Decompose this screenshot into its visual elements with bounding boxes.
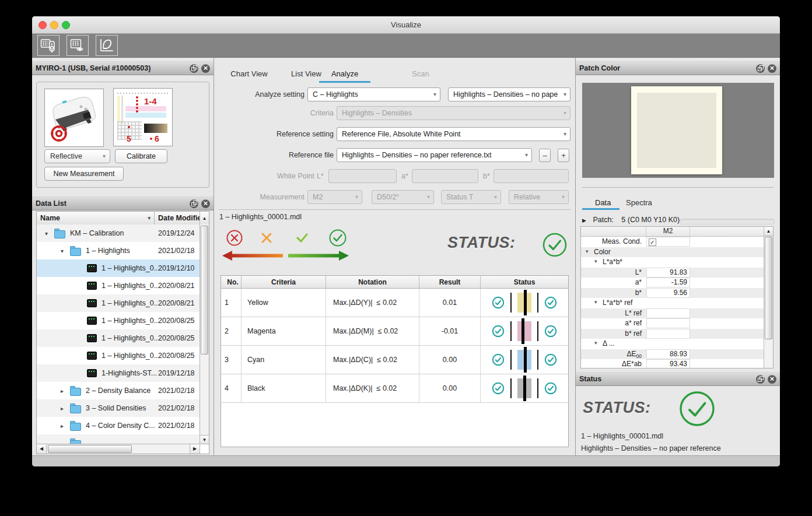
scroll-down-icon[interactable]: ▼	[200, 435, 209, 444]
scroll-left-icon[interactable]: ◀	[37, 444, 47, 454]
status-criteria-name: Highlights – Densities – no paper refere…	[581, 444, 721, 452]
tab-spectra[interactable]: Spectra	[626, 198, 652, 207]
patch-row-label: a*	[581, 278, 642, 287]
close-icon[interactable]	[768, 375, 776, 384]
analyze-setting-criteria-select[interactable]: Highlights – Densities – no pape	[448, 87, 570, 101]
remove-reference-button[interactable]: –	[539, 149, 551, 162]
scrollbar-thumb[interactable]	[765, 237, 772, 339]
gamut-chart-icon[interactable]	[96, 35, 118, 56]
scroll-up-icon[interactable]: ▲	[764, 227, 773, 236]
item-icon	[87, 352, 97, 360]
list-item[interactable]: 1 – Highlights_0... 2020/08/25	[37, 312, 200, 329]
chart-device-icon[interactable]	[37, 35, 60, 56]
list-item[interactable]: 1 – Highlights_0... 2020/08/21	[37, 277, 200, 294]
patch-row[interactable]: ▾ L*a*b*	[581, 257, 764, 268]
window-titlebar[interactable]: Visualize	[32, 16, 780, 34]
list-item[interactable]: ▾ KM – Calibration 2019/12/24	[37, 224, 200, 242]
expand-arrow-icon[interactable]: ▾	[594, 258, 597, 264]
patch-row[interactable]: b* ref	[581, 329, 764, 339]
patch-selector[interactable]: ▶ Patch: 5 (C0 M0 Y10 K0)	[582, 216, 680, 224]
expand-arrow-icon[interactable]: ▾	[45, 230, 52, 237]
data-list-horizontal-scrollbar[interactable]: ◀ ▶	[37, 444, 209, 454]
scroll-right-icon[interactable]: ▶	[190, 444, 200, 454]
close-icon[interactable]	[201, 199, 210, 208]
patch-vertical-scrollbar[interactable]: ▲	[764, 227, 773, 368]
result-criteria: Magenta	[242, 317, 326, 345]
calibrate-button[interactable]: Calibrate	[115, 149, 167, 163]
expand-arrow-icon[interactable]: ▸	[61, 405, 68, 412]
tab-scan[interactable]: Scan	[408, 69, 433, 78]
column-header-m2: M2	[646, 227, 690, 236]
list-item[interactable]: 1 – Highlights_0... 2020/08/25	[37, 347, 200, 364]
tab-chart-view[interactable]: Chart View	[229, 69, 270, 78]
tab-analyze[interactable]: Analyze	[319, 69, 370, 78]
item-name: KM – Calibration	[70, 229, 124, 237]
list-item[interactable]: 1 – Highlights_0... 2020/08/21	[37, 294, 200, 312]
chart-eye-icon[interactable]	[66, 35, 89, 56]
tab-data[interactable]: Data	[595, 198, 611, 207]
list-item[interactable]: ▸	[37, 434, 200, 444]
patch-row[interactable]: ΔE00 88.93	[581, 349, 764, 360]
expand-arrow-icon[interactable]: ▾	[594, 340, 597, 346]
list-item[interactable]: ▸ 3 – Solid Densities 2021/02/18	[37, 399, 200, 417]
device-panel-header: MYIRO-1 (USB, Serial #10000503)	[32, 61, 214, 75]
reference-file-select[interactable]: Highlights – Densities – no paper refere…	[337, 148, 532, 162]
patch-row[interactable]: a* -1.59	[581, 278, 764, 288]
patch-row-label: b* ref	[581, 329, 642, 339]
patch-row[interactable]: L* 91.83	[581, 268, 764, 278]
measurement-mode-select[interactable]: Reflective	[44, 149, 110, 163]
undock-icon[interactable]	[190, 199, 198, 208]
add-reference-button[interactable]: +	[558, 149, 569, 162]
list-item[interactable]: 1 – Highlights_0... 2019/12/10	[37, 259, 200, 277]
patch-row[interactable]: ▾ L*a*b* ref	[581, 298, 764, 308]
result-no: 1	[221, 289, 242, 317]
analyze-setting-select[interactable]: C – Highlights	[307, 87, 440, 101]
expand-arrow-icon[interactable]: ▸	[61, 388, 68, 394]
expand-arrow-icon[interactable]: ▾	[586, 248, 589, 254]
patch-row[interactable]: ▾ Δ ...	[581, 339, 764, 349]
close-icon[interactable]	[768, 64, 776, 73]
list-item[interactable]: ▾ 1 – Highlights 2021/02/18	[37, 242, 200, 259]
list-item[interactable]: 1 – Highlights_0... 2020/08/25	[37, 329, 200, 347]
workspace: MYIRO-1 (USB, Serial #10000503)	[32, 58, 780, 456]
undock-icon[interactable]	[756, 64, 765, 73]
list-item[interactable]: ▸ 2 – Density Balance 2021/02/18	[37, 382, 200, 399]
result-value: 0.00	[419, 346, 481, 374]
data-list-rows: ▾ KM – Calibration 2019/12/24 ▾ 1 – High…	[37, 224, 200, 444]
column-header-name[interactable]: Name ▾	[37, 212, 155, 224]
new-measurement-button[interactable]: New Measurement	[44, 167, 124, 181]
item-icon	[87, 282, 97, 290]
panel-divider	[582, 187, 774, 188]
column-filter-icon[interactable]: ▾	[145, 215, 150, 221]
meas-cond-checkbox[interactable]: ✓	[649, 238, 656, 246]
undock-icon[interactable]	[756, 375, 765, 384]
patch-row-value: 93.43	[646, 359, 690, 368]
reference-setting-select[interactable]: Reference File, Absolute White Point	[337, 127, 570, 141]
column-header-date[interactable]: Date Modified	[155, 212, 200, 224]
patch-color-title: Patch Color	[579, 64, 753, 72]
scrollbar-thumb[interactable]	[48, 445, 132, 453]
expand-arrow-icon[interactable]: ▾	[594, 299, 597, 305]
value-marker	[523, 375, 526, 401]
tab-list-view[interactable]: List View	[289, 69, 324, 78]
patch-row[interactable]: L* ref	[581, 308, 764, 319]
patch-slider[interactable]	[680, 219, 775, 224]
list-item[interactable]: 1-Highlights-ST... 2019/12/18	[37, 364, 200, 382]
pass-circled-check-icon	[492, 353, 505, 366]
list-item[interactable]: ▸ 4 – Color Density C... 2021/02/18	[37, 417, 200, 434]
undock-icon[interactable]	[190, 64, 198, 73]
scrollbar-thumb[interactable]	[201, 226, 208, 354]
expand-arrow-icon[interactable]: ▾	[61, 248, 68, 254]
data-list-title: Data List	[36, 199, 187, 208]
close-icon[interactable]	[201, 64, 210, 73]
scrollbar-corner	[200, 444, 209, 454]
data-list-vertical-scrollbar[interactable]: ▼	[200, 224, 209, 444]
patch-row[interactable]: ▾ Color	[581, 247, 764, 258]
expand-arrow-icon[interactable]: ▶	[582, 217, 586, 223]
patch-row[interactable]: ΔE*ab 93.43	[581, 359, 764, 368]
patch-row[interactable]: Meas. Cond. ✓	[581, 237, 764, 247]
patch-row[interactable]: a* ref	[581, 318, 764, 329]
scroll-up-icon[interactable]: ▲	[200, 212, 209, 224]
patch-row[interactable]: b* 9.56	[581, 288, 764, 299]
expand-arrow-icon[interactable]: ▸	[61, 423, 68, 429]
